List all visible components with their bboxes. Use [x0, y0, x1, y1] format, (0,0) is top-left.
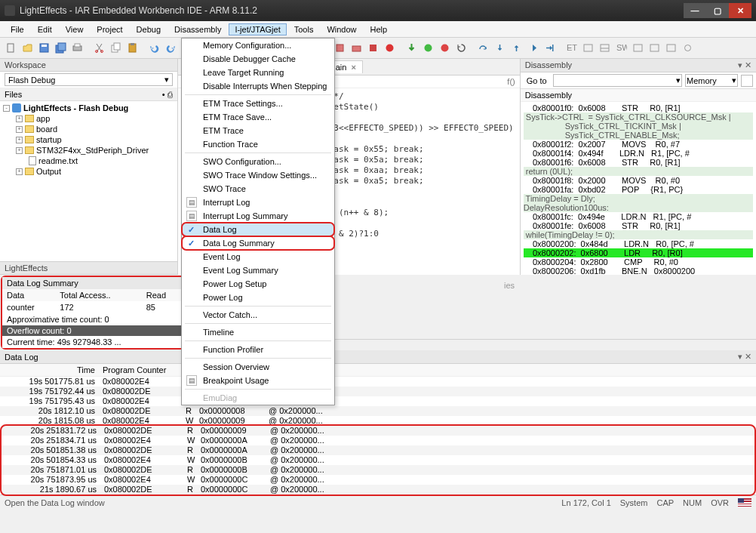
- menu-debug[interactable]: Debug: [131, 23, 167, 35]
- menu-item-emudiag[interactable]: EmuDiag: [182, 391, 334, 405]
- dls-row[interactable]: counter 172 85: [2, 301, 183, 313]
- menu-item-interrupt-log[interactable]: ▤Interrupt Log: [182, 196, 334, 209]
- datalog-row[interactable]: 20s 751873.95 us0x080002E4W0x0000000C@ 0…: [2, 475, 754, 485]
- menu-item-session-overview[interactable]: Session Overview: [182, 360, 334, 374]
- datalog-row[interactable]: 19s 751792.44 us0x080002DER0x00000007@ 0…: [0, 387, 756, 396]
- menu-window[interactable]: Window: [321, 23, 362, 35]
- menu-item-power-log-setup[interactable]: Power Log Setup: [182, 277, 334, 291]
- datalog-row[interactable]: 20s 751871.01 us0x080002DER0x0000000B@ 0…: [2, 465, 754, 475]
- tree-node[interactable]: +Output: [3, 166, 174, 177]
- go-button[interactable]: [420, 41, 435, 56]
- menu-item-swo-trace-window-settings[interactable]: SWO Trace Window Settings...: [182, 168, 334, 182]
- close-button[interactable]: ✕: [729, 3, 751, 18]
- tree-twisty-icon[interactable]: +: [16, 168, 23, 175]
- menu-item-swo-trace[interactable]: SWO Trace: [182, 182, 334, 196]
- disasm-list[interactable]: 0x80001f0: 0x6008 STR R0, [R1] SysTick->…: [521, 102, 756, 275]
- disasm-tool-button[interactable]: [741, 75, 753, 87]
- next-stmt-button[interactable]: [525, 41, 540, 56]
- copy-button[interactable]: [108, 41, 123, 56]
- step-into-button[interactable]: [492, 41, 507, 56]
- disasm-line[interactable]: 0x8000200: 0x484d LDR.N R0, [PC, #: [524, 239, 753, 248]
- menu-item-event-log[interactable]: Event Log: [182, 250, 334, 263]
- datalog-row[interactable]: 20s 251831.72 us0x080002DER0x00000009@ 0…: [2, 426, 754, 436]
- tree-twisty-icon[interactable]: -: [3, 105, 10, 112]
- trace5-button[interactable]: [663, 41, 678, 56]
- menu-item-memory-configuration[interactable]: Memory Configuration...: [182, 39, 334, 52]
- menu-edit[interactable]: Edit: [32, 23, 58, 35]
- disasm-line[interactable]: 0x80001f8: 0x2000 MOVS R0, #0: [524, 176, 753, 185]
- break-button[interactable]: [437, 41, 452, 56]
- menu-item-leave-target-running[interactable]: Leave Target Running: [182, 66, 334, 79]
- disasm-line[interactable]: 0x80001fa: 0xbd02 POP {R1, PC}: [524, 185, 753, 194]
- menu-item-etm-trace-settings[interactable]: ETM Trace Settings...: [182, 97, 334, 110]
- tree-node[interactable]: +app: [3, 113, 174, 124]
- step-out-button[interactable]: [509, 41, 524, 56]
- memory-select[interactable]: Memory▾: [685, 74, 738, 87]
- datalog-row[interactable]: 20s 501854.33 us0x080002E4W0x0000000B@ 0…: [2, 455, 754, 465]
- menu-view[interactable]: View: [60, 23, 90, 35]
- menu-item-disable-debugger-cache[interactable]: Disable Debugger Cache: [182, 52, 334, 66]
- tree-node[interactable]: -LightEffects - Flash Debug: [3, 103, 174, 113]
- download-button[interactable]: [404, 41, 419, 56]
- trace3-button[interactable]: [630, 41, 645, 56]
- menu-item-breakpoint-usage[interactable]: ▤Breakpoint Usage: [182, 374, 334, 387]
- tree-twisty-icon[interactable]: +: [16, 116, 23, 122]
- disasm-line[interactable]: 0x8000204: 0x2800 CMP R0, #0: [524, 257, 753, 266]
- ijet-menu[interactable]: Memory Configuration...Disable Debugger …: [181, 38, 335, 405]
- open-button[interactable]: [20, 41, 35, 56]
- disasm-line[interactable]: while(TimingDelay != 0);: [524, 230, 753, 239]
- menu-item-etm-trace-save[interactable]: ETM Trace Save...: [182, 110, 334, 124]
- disasm-line[interactable]: SysTick->CTRL = SysTick_CTRL_CLKSOURCE_M…: [524, 112, 753, 122]
- disasm-line[interactable]: 0x80001f0: 0x6008 STR R0, [R1]: [524, 103, 753, 112]
- saveall-button[interactable]: [53, 41, 68, 56]
- minimize-button[interactable]: —: [684, 3, 706, 18]
- menu-item-function-trace[interactable]: Function Trace: [182, 137, 334, 151]
- datalog-row[interactable]: 20s 251834.71 us0x080002E4W0x0000000A@ 0…: [2, 436, 754, 445]
- menu-item-data-log-summary[interactable]: ✓Data Log Summary: [182, 236, 334, 250]
- tree-twisty-icon[interactable]: +: [16, 147, 23, 154]
- menu-disassembly[interactable]: Disassembly: [168, 23, 227, 35]
- trace4-button[interactable]: [647, 41, 662, 56]
- run-to-cursor-button[interactable]: [542, 41, 557, 56]
- menu-item-function-profiler[interactable]: Function Profiler: [182, 343, 334, 356]
- datalog-row[interactable]: 20s 1815.08 us0x080002E4W0x00000009@ 0x2…: [0, 416, 756, 426]
- maximize-button[interactable]: ▢: [706, 3, 729, 18]
- datalog-row[interactable]: 20s 501851.38 us0x080002DER0x0000000A@ 0…: [2, 445, 754, 455]
- datalog-row[interactable]: 19s 501775.81 us0x080002E4W0x00000007@ 0…: [0, 377, 756, 387]
- disasm-line[interactable]: 0x80001f6: 0x6008 STR R0, [R1]: [524, 158, 753, 167]
- paste-button[interactable]: [124, 41, 140, 56]
- new-button[interactable]: [3, 41, 18, 56]
- toggle-bp-button[interactable]: [382, 41, 397, 56]
- project-tree[interactable]: -LightEffects - Flash Debug+app+board+st…: [0, 101, 177, 261]
- etm-button[interactable]: ETM: [564, 41, 579, 56]
- disasm-line[interactable]: 0x80001fc: 0x494e LDR.N R1, [PC, #: [524, 212, 753, 221]
- menu-item-power-log[interactable]: Power Log: [182, 291, 334, 304]
- menu-item-data-log[interactable]: ✓Data Log: [182, 223, 334, 236]
- tree-node[interactable]: +STM32F4xx_StdPeriph_Driver: [3, 145, 174, 156]
- disasm-line[interactable]: DelayResolution100us:: [524, 203, 753, 212]
- menu-item-interrupt-log-summary[interactable]: ▤Interrupt Log Summary: [182, 209, 334, 223]
- pin-icon[interactable]: ▾ ✕: [738, 60, 751, 70]
- tree-node[interactable]: +board: [3, 124, 174, 134]
- undo-button[interactable]: [146, 41, 161, 56]
- trace2-button[interactable]: [597, 41, 612, 56]
- print-button[interactable]: [69, 41, 85, 56]
- trace6-button[interactable]: [680, 41, 695, 56]
- tree-node[interactable]: readme.txt: [3, 156, 174, 166]
- datalog-row[interactable]: 20s 1812.10 us0x080002DER0x00000008@ 0x2…: [0, 406, 756, 416]
- save-button[interactable]: [36, 41, 51, 56]
- disasm-line[interactable]: SysTick_CTRL_ENABLE_Msk;: [524, 131, 753, 140]
- cut-button[interactable]: [91, 41, 106, 56]
- pin-icon[interactable]: ▾ ✕: [738, 352, 751, 362]
- menu-file[interactable]: File: [5, 23, 30, 35]
- disasm-line[interactable]: return (0UL);: [524, 167, 753, 176]
- menu-project[interactable]: Project: [91, 23, 128, 35]
- redo-button[interactable]: [163, 41, 178, 56]
- disasm-line[interactable]: 0x80001f4: 0x494f LDR.N R1, [PC, #: [524, 149, 753, 158]
- disasm-line[interactable]: 0x8000202: 0x6800 LDR R0, [R0]: [524, 248, 753, 257]
- menu-item-event-log-summary[interactable]: Event Log Summary: [182, 263, 334, 277]
- make-button[interactable]: [349, 41, 364, 56]
- workspace-bottom-tab[interactable]: LightEffects: [0, 261, 177, 275]
- disasm-line[interactable]: 0x8000206: 0xd1fb BNE.N 0x8000200: [524, 266, 753, 275]
- tree-twisty-icon[interactable]: +: [16, 126, 23, 133]
